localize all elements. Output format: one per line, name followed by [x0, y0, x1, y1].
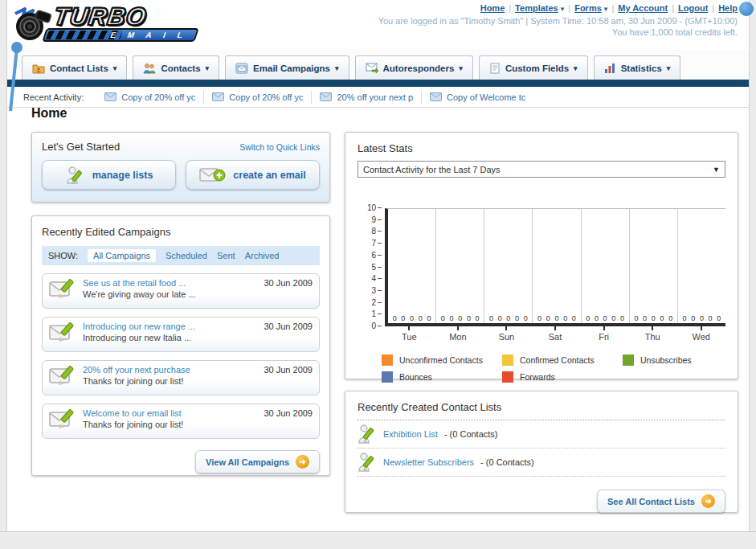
stats-period-value: Contact Activity for the Last 7 Days — [363, 165, 501, 174]
filter-archived[interactable]: Archived — [245, 251, 280, 260]
chart-legend: Unconfirmed ContactsConfirmed ContactsUn… — [382, 354, 756, 388]
show-label: SHOW: — [48, 251, 78, 260]
filter-scheduled[interactable]: Scheduled — [166, 251, 207, 260]
create-email-label: create an email — [233, 170, 305, 181]
envelope-icon — [320, 92, 332, 101]
chart-y-tick: 4 — [371, 274, 382, 283]
campaign-title[interactable]: See us at the retail food ... — [83, 278, 257, 288]
legend-item: Forwards — [502, 371, 623, 383]
chart-value-labels: 00000 — [630, 314, 677, 322]
chart-day-group: 00000 — [436, 209, 484, 323]
campaign-subtitle: Thanks for joining our list! — [83, 376, 257, 386]
legend-label: Unsubscribes — [640, 355, 692, 365]
select-arrow-icon: ▼ — [713, 166, 720, 174]
chart-x-label: Wed — [676, 326, 725, 342]
chart-x-label: Sun — [482, 326, 531, 342]
contact-list-count: - (0 Contacts) — [480, 457, 534, 467]
get-started-panel: Let's Get Started Switch to Quick Links … — [31, 132, 330, 203]
person-pencil-icon — [358, 452, 377, 473]
contact-list-name[interactable]: Newsletter Subscribers — [383, 457, 474, 467]
envelope-pencil-icon — [49, 365, 76, 387]
campaign-title[interactable]: Introducing our new range ... — [83, 322, 257, 331]
autoresponders-icon — [366, 63, 378, 74]
nav-link-help[interactable]: Help — [718, 3, 738, 13]
tab-email-campaigns[interactable]: Email Campaigns▾ — [225, 55, 349, 80]
main-nav-tabbar: Contact Lists▾ Contacts▾ Email Campaigns… — [7, 50, 749, 80]
manage-lists-label: manage lists — [92, 170, 153, 181]
filter-sent[interactable]: Sent — [217, 251, 235, 260]
campaign-subtitle: We're giving away our late ... — [83, 289, 257, 299]
chart-y-tick: 10 — [367, 203, 382, 212]
campaign-row[interactable]: See us at the retail food ...We're givin… — [42, 273, 320, 309]
tab-statistics[interactable]: Statistics▾ — [594, 55, 681, 80]
chevron-down-icon: ▾ — [113, 64, 117, 72]
tab-contact-lists[interactable]: Contact Lists▾ — [22, 55, 127, 80]
recent-activity-item[interactable]: Copy of 20% off yc — [204, 91, 312, 104]
see-all-contact-lists-label: See All Contact Lists — [607, 497, 695, 506]
chart-y-tick: 7 — [371, 239, 382, 248]
campaign-date: 30 Jun 2009 — [264, 278, 313, 288]
tab-contacts[interactable]: Contacts▾ — [133, 55, 219, 80]
create-email-button[interactable]: create an email — [186, 160, 320, 190]
envelope-icon — [212, 92, 224, 101]
chart-x-label: Thu — [628, 326, 677, 342]
recent-activity-item[interactable]: Copy of 20% off yc — [96, 91, 204, 104]
nav-separator: | — [568, 3, 570, 13]
header: TURBO E M A I L Home|Templates ▾|Forms ▾… — [7, 0, 749, 50]
see-all-contact-lists-button[interactable]: See All Contact Lists ➜ — [597, 490, 725, 513]
chevron-down-icon: ▾ — [667, 64, 671, 72]
chart-day-group: 00000 — [630, 209, 678, 323]
envelope-icon — [104, 92, 116, 101]
legend-item: Confirmed Contacts — [502, 354, 623, 366]
tab-custom-fields[interactable]: Custom Fields▾ — [479, 55, 588, 80]
contact-list-name[interactable]: Exhibition List — [383, 429, 438, 439]
manage-lists-button[interactable]: manage lists — [42, 160, 176, 190]
recent-activity-text: Copy of Welcome tc — [447, 92, 525, 102]
chevron-down-icon: ▾ — [335, 64, 339, 72]
nav-link-logout[interactable]: Logout — [678, 3, 708, 13]
tab-autoresponders[interactable]: Autoresponders▾ — [355, 55, 473, 80]
nav-separator: | — [672, 3, 674, 13]
chart-value-labels: 00000 — [582, 314, 629, 322]
contact-lists-icon — [32, 63, 45, 74]
legend-swatch-icon — [382, 354, 393, 366]
legend-label: Bounces — [399, 372, 432, 382]
campaigns-panel: Recently Edited Campaigns SHOW: All Camp… — [31, 215, 330, 476]
chart-plot: 00000000000000000000000000000000000 — [385, 208, 725, 326]
nav-link-home[interactable]: Home — [480, 3, 505, 13]
tab-label: Custom Fields — [505, 64, 569, 73]
recent-activity-item[interactable]: Copy of Welcome tc — [422, 91, 533, 104]
contact-list-row[interactable]: Newsletter Subscribers - (0 Contacts) — [358, 449, 725, 477]
nav-link-forms[interactable]: Forms — [574, 3, 602, 13]
chart-x-label: Mon — [434, 326, 483, 342]
legend-swatch-icon — [502, 371, 513, 383]
campaign-row[interactable]: Introducing our new range ...Introducing… — [42, 317, 320, 352]
view-all-campaigns-button[interactable]: View All Campaigns ➜ — [195, 450, 320, 473]
campaign-title[interactable]: 20% off your next purchase — [83, 365, 257, 375]
custom-fields-icon — [489, 63, 501, 74]
filter-all-campaigns[interactable]: All Campaigns — [88, 249, 156, 262]
stats-period-select[interactable]: Contact Activity for the Last 7 Days ▼ — [358, 161, 725, 178]
recent-activity-text: Copy of 20% off yc — [121, 92, 195, 102]
campaigns-filter-bar: SHOW: All Campaigns Scheduled Sent Archi… — [42, 246, 320, 265]
login-status-text: You are logged in as "Timothy Smith" | S… — [378, 16, 738, 26]
callout-pin-icon — [7, 40, 23, 117]
envelope-pencil-icon — [49, 408, 76, 431]
switch-quick-links-link[interactable]: Switch to Quick Links — [239, 142, 320, 152]
nav-link-my-account[interactable]: My Account — [618, 3, 668, 13]
chart-value-labels: 00000 — [388, 314, 435, 322]
page-title: Home — [31, 106, 67, 121]
campaign-row[interactable]: 20% off your next purchaseThanks for joi… — [42, 360, 320, 395]
chart-x-label: Fri — [579, 326, 628, 342]
contact-list-count: - (0 Contacts) — [444, 429, 498, 439]
page-footer — [0, 531, 756, 549]
nav-link-templates[interactable]: Templates — [515, 3, 558, 13]
nav-separator: | — [712, 3, 714, 13]
recent-activity-item[interactable]: 20% off your next p — [312, 91, 422, 104]
contact-list-row[interactable]: Exhibition List - (0 Contacts) — [358, 420, 725, 449]
arrow-right-icon: ➜ — [701, 494, 715, 508]
campaign-title[interactable]: Welcome to our email list — [83, 408, 257, 418]
contact-activity-chart: 109876543210 000000000000000000000000000… — [358, 208, 725, 388]
campaign-row[interactable]: Welcome to our email listThanks for join… — [42, 404, 320, 439]
legend-label: Unconfirmed Contacts — [399, 355, 483, 365]
